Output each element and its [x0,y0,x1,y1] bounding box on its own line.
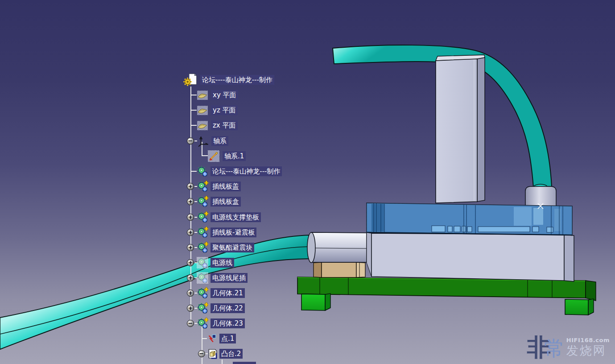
tree-item-label[interactable]: xy 平面 [211,90,238,100]
collapse-toggle[interactable]: − [198,350,205,357]
body-hidden-icon [197,257,208,269]
tree-item-root[interactable]: 论坛----泰山神龙---制作 [0,72,312,87]
tree-item-label[interactable]: 电源线 [211,258,234,268]
axis-icon [208,150,219,162]
tree-item-axis-1[interactable]: 轴系.1 [0,149,312,164]
cable-inlet-cylinder[interactable] [525,184,556,207]
plane-icon [197,89,208,101]
plug-box-body[interactable] [367,232,574,281]
body-icon [197,318,208,329]
tree-item-label[interactable]: 论坛----泰山神龙---制作 [200,75,274,85]
cable-tail-connector[interactable] [307,232,367,263]
plug-cover-translucent[interactable] [367,203,572,235]
expand-toggle[interactable]: + [187,259,194,266]
tree-item-label[interactable]: 电源线支撑垫板 [211,212,261,222]
tree-item-geoset[interactable]: 论坛---泰山神龙---制作 [0,164,312,179]
catia-viewport: 论坛----泰山神龙---制作 xy 平面 yz 平面 zx 平面 − 轴系 轴… [0,0,615,364]
expand-toggle[interactable]: + [187,229,194,236]
tree-item-label[interactable]: 论坛---泰山神龙---制作 [211,166,282,176]
tree-item-label[interactable]: 点.1 [219,334,236,343]
cable-support-pad[interactable] [314,262,365,277]
tree-item-label[interactable]: 轴系 [211,136,228,146]
tree-item-yz-plane[interactable]: yz 平面 [0,103,312,118]
body-icon [197,227,208,238]
tree-item-support-pad[interactable]: + 电源线支撑垫板 [0,210,312,225]
tree-item-point-1[interactable]: 点.1 [0,331,312,346]
expand-toggle[interactable]: + [187,290,194,297]
body-icon [197,242,208,253]
expand-toggle[interactable]: + [187,244,194,251]
collapse-toggle[interactable]: − [187,320,194,327]
pad-icon [207,348,219,360]
tree-item-label[interactable]: 几何体.22 [211,303,245,313]
body-icon [197,302,208,314]
watermark-logo: 非常 [527,335,565,360]
tree-item-label[interactable]: zx 平面 [211,120,238,130]
expand-toggle[interactable]: + [187,198,194,205]
tree-item-label[interactable]: 轴系.1 [223,151,246,161]
tree-item-label[interactable]: 插线板-避震板 [211,228,256,237]
body-icon [197,211,208,223]
watermark-name: 发烧网 [566,343,610,359]
tree-item-power-cable[interactable]: + 电源线 [0,255,312,270]
tree-item-label[interactable]: 插线板盖 [211,182,241,191]
tree-item-label[interactable]: 聚氨酯避震块 [211,243,254,252]
expand-toggle[interactable]: + [187,274,194,281]
tree-item-geobody-22[interactable]: + 几何体.22 [0,301,312,316]
plane-icon [197,104,208,116]
axis-system-icon [198,135,209,147]
expand-toggle[interactable]: + [187,305,194,312]
collapse-toggle[interactable]: − [187,137,194,145]
body-hidden-icon [197,272,208,284]
tree-item-partial[interactable] [233,362,256,364]
tree-item-damper-plate[interactable]: + 插线板-避震板 [0,225,312,240]
tree-item-pu-block[interactable]: + 聚氨酯避震块 [0,240,312,255]
body-icon [197,196,208,207]
tree-item-label[interactable]: 凸台.2 [219,349,243,359]
tree-item-label[interactable]: 插线板盒 [211,197,241,207]
tree-item-geobody-23[interactable]: − 几何体.23 [0,316,312,331]
body-icon [197,181,208,192]
tree-item-cable-tail[interactable]: + 电源线尾插 [0,270,312,285]
body-icon [197,165,208,177]
tree-item-label[interactable]: yz 平面 [211,105,238,115]
plug-tower[interactable] [436,55,485,203]
foot-right[interactable] [565,299,594,315]
plane-icon [197,120,208,131]
tree-item-cover[interactable]: + 插线板盖 [0,179,312,194]
tree-item-label[interactable]: 几何体.23 [211,318,245,328]
tree-item-label[interactable]: 电源线尾插 [211,273,248,283]
tree-item-axis-system[interactable]: − 轴系 [0,133,312,149]
tree-item-geobody-21[interactable]: + 几何体.21 [0,285,312,301]
tree-item-zx-plane[interactable]: zx 平面 [0,118,312,133]
watermark-logo-glyph-right: 常 [544,336,565,360]
part-icon [183,73,198,87]
body-icon [197,287,208,299]
point-icon [206,333,218,344]
expand-toggle[interactable]: + [187,214,194,221]
tree-item-xy-plane[interactable]: xy 平面 [0,87,312,103]
watermark: 非常 HIFI168.com 发烧网 [527,335,610,360]
tree-item-label[interactable]: 几何体.21 [211,288,245,298]
tree-item-box[interactable]: + 插线板盒 [0,194,312,209]
tree-item-pad-2[interactable]: − 凸台.2 [0,346,312,361]
expand-toggle[interactable]: + [187,183,194,190]
